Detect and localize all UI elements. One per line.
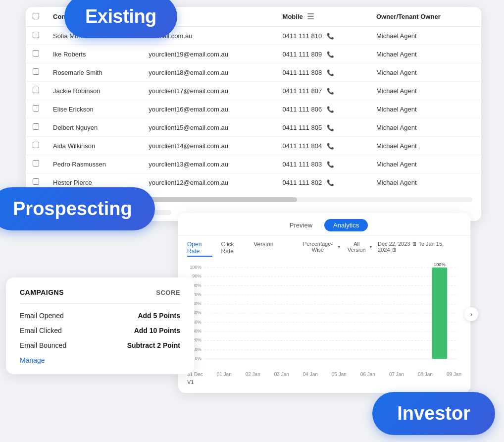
campaigns-header: CAMPAIGNS SCORE [20, 288, 180, 296]
mobile-column-header: Mobile ☰ [276, 7, 369, 27]
contact-owner: Michael Agent [369, 27, 481, 45]
row-checkbox[interactable] [33, 32, 39, 38]
campaign-score: Subtract 2 Point [127, 341, 180, 349]
percentage-filter[interactable]: Percentage-Wise [300, 241, 341, 253]
svg-rect-23 [432, 268, 447, 359]
row-checkbox-cell[interactable] [26, 45, 46, 63]
contact-name: Delbert Nguyen [46, 118, 142, 137]
version-filter[interactable]: All Version [346, 241, 373, 253]
analytics-chart: 100% 90% 80% 70% 60% 50% 40% 30% 20% 10%… [187, 259, 461, 368]
contact-owner: Michael Agent [369, 82, 481, 100]
row-checkbox-cell[interactable] [26, 63, 46, 82]
contact-name: Ike Roberts [46, 45, 142, 63]
chart-nav-right[interactable]: › [464, 307, 478, 321]
mobile-menu-icon[interactable]: ☰ [307, 12, 314, 21]
svg-text:90%: 90% [192, 274, 201, 278]
sub-nav-version[interactable]: Version [253, 241, 273, 257]
row-checkbox[interactable] [33, 178, 39, 185]
row-checkbox-cell[interactable] [26, 137, 46, 155]
contact-email: yourclient17@email.com.au [142, 82, 275, 100]
contact-owner: Michael Agent [369, 45, 481, 63]
campaign-row: Email Bounced Subtract 2 Point [20, 341, 180, 349]
contact-name: Pedro Rasmussen [46, 155, 142, 173]
contact-email: yourclient13@email.com.au [142, 155, 275, 173]
row-checkbox[interactable] [33, 142, 39, 148]
contact-phone: 0411 111 803 📞 [276, 155, 369, 173]
analytics-filters: Percentage-Wise All Version Dec 22, 2023… [291, 241, 461, 257]
campaign-score: Add 10 Points [134, 327, 180, 334]
select-all-checkbox[interactable] [33, 13, 39, 19]
owner-column-header: Owner/Tenant Owner [369, 7, 481, 27]
phone-icon: 📞 [327, 69, 334, 76]
campaigns-divider [20, 303, 180, 304]
svg-text:0%: 0% [195, 356, 201, 361]
row-checkbox[interactable] [33, 87, 39, 93]
phone-icon: 📞 [327, 51, 334, 58]
row-checkbox[interactable] [33, 123, 39, 130]
chart-area: 100% 90% 80% 70% 60% 50% 40% 30% 20% 10%… [178, 259, 470, 370]
campaign-row: Email Clicked Add 10 Points [20, 327, 180, 334]
sub-nav-open-rate[interactable]: Open Rate [187, 241, 212, 257]
phone-icon: 📞 [327, 88, 334, 95]
contact-owner: Michael Agent [369, 118, 481, 137]
contact-owner: Michael Agent [369, 173, 481, 192]
row-checkbox-cell[interactable] [26, 27, 46, 45]
contact-owner: Michael Agent [369, 63, 481, 82]
campaign-label: Email Bounced [20, 341, 66, 349]
contact-owner: Michael Agent [369, 155, 481, 173]
campaign-row: Email Opened Add 5 Points [20, 312, 180, 320]
table-row: Elise Erickson yourclient16@email.com.au… [26, 100, 481, 118]
contact-email: yourclient16@email.com.au [142, 100, 275, 118]
contact-phone: 0411 111 807 📞 [276, 82, 369, 100]
chart-x-labels: 31 Dec 01 Jan 02 Jan 03 Jan 04 Jan 05 Ja… [178, 370, 470, 377]
table-row: Aida Wilkinson yourclient14@email.com.au… [26, 137, 481, 155]
table-row: Jackie Robinson yourclient17@email.com.a… [26, 82, 481, 100]
campaigns-rows: Email Opened Add 5 Points Email Clicked … [20, 312, 180, 349]
tab-preview[interactable]: Preview [281, 219, 321, 231]
contact-email: yourclient19@email.com.au [142, 45, 275, 63]
svg-text:100%: 100% [190, 265, 202, 270]
row-checkbox-cell[interactable] [26, 82, 46, 100]
phone-icon: 📞 [327, 179, 334, 186]
table-row: Delbert Nguyen yourclient15@email.com.au… [26, 118, 481, 137]
row-checkbox-cell[interactable] [26, 118, 46, 137]
campaign-label: Email Clicked [20, 327, 62, 334]
contact-phone: 0411 111 808 📞 [276, 63, 369, 82]
contact-owner: Michael Agent [369, 100, 481, 118]
table-row: Rosemarie Smith yourclient18@email.com.a… [26, 63, 481, 82]
version-label: V1 [178, 377, 470, 385]
contact-phone: 0411 111 802 📞 [276, 173, 369, 192]
campaigns-card: CAMPAIGNS SCORE Email Opened Add 5 Point… [6, 277, 194, 374]
contact-phone: 0411 111 810 📞 [276, 27, 369, 45]
existing-badge: Existing [64, 0, 177, 38]
contact-email: yourclient12@email.com.au [142, 173, 275, 192]
phone-icon: 📞 [327, 143, 334, 150]
manage-link[interactable]: Manage [20, 356, 180, 364]
phone-icon: 📞 [327, 161, 334, 168]
row-checkbox[interactable] [33, 160, 39, 166]
campaigns-title: CAMPAIGNS [20, 288, 64, 296]
contact-phone: 0411 111 804 📞 [276, 137, 369, 155]
contact-name: Elise Erickson [46, 100, 142, 118]
contact-owner: Michael Agent [369, 137, 481, 155]
row-checkbox[interactable] [33, 50, 39, 56]
date-range-label: Dec 22, 2023 🗓 To Jan 15, 2024 🗓 [378, 241, 453, 253]
campaign-score: Add 5 Points [138, 312, 180, 320]
phone-icon: 📞 [327, 33, 334, 40]
tab-analytics[interactable]: Analytics [324, 219, 368, 231]
contact-name: Jackie Robinson [46, 82, 142, 100]
investor-badge: Investor [372, 392, 495, 435]
analytics-tab-bar: Preview Analytics [178, 213, 470, 236]
row-checkbox[interactable] [33, 68, 39, 75]
analytics-card: Preview Analytics Open Rate Click Rate V… [178, 213, 470, 393]
select-all-header[interactable] [26, 7, 46, 27]
table-row: Pedro Rasmussen yourclient13@email.com.a… [26, 155, 481, 173]
row-checkbox-cell[interactable] [26, 155, 46, 173]
contact-email: yourclient14@email.com.au [142, 137, 275, 155]
contact-phone: 0411 111 805 📞 [276, 118, 369, 137]
phone-icon: 📞 [327, 124, 334, 131]
contact-email: yourclient15@email.com.au [142, 118, 275, 137]
sub-nav-click-rate[interactable]: Click Rate [221, 241, 245, 257]
row-checkbox[interactable] [33, 105, 39, 111]
row-checkbox-cell[interactable] [26, 100, 46, 118]
